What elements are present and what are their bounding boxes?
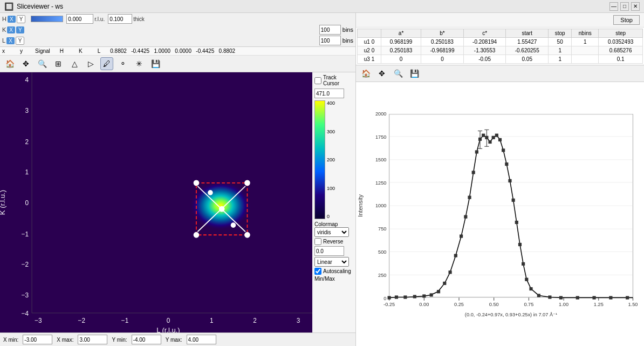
row-c: -0.208194 <box>463 38 506 46</box>
h-y-button[interactable]: Y <box>17 15 26 23</box>
heatmap-canvas[interactable]: 4 3 2 1 0 −1 −2 −3 −4 −3 −2 −1 0 1 <box>0 72 312 333</box>
svg-point-23 <box>194 180 198 186</box>
grid-button[interactable]: ⊞ <box>52 57 65 70</box>
y-max-input[interactable] <box>187 335 216 344</box>
h-x-button[interactable]: X <box>8 16 16 23</box>
l-bins-input[interactable] <box>319 36 341 45</box>
l-y-button[interactable]: Y <box>16 37 25 45</box>
svg-text:3: 3 <box>25 107 29 114</box>
y-min-label: Y min: <box>112 337 127 343</box>
home-button[interactable]: 🏠 <box>3 57 16 70</box>
colorbar-min-input[interactable] <box>314 246 344 256</box>
svg-text:(0.0, -0.24+0.97x, 0.93+0.25x): (0.0, -0.24+0.97x, 0.93+0.25x) in 7.07 Å… <box>465 312 557 317</box>
svg-text:0: 0 <box>25 199 29 207</box>
minmax-label: Min/Max <box>314 276 353 282</box>
svg-rect-74 <box>388 296 391 299</box>
x-min-input[interactable] <box>23 335 52 344</box>
table-row: u1 0 0.968199 0.250183 -0.208194 1.55427… <box>358 38 643 46</box>
svg-rect-105 <box>537 294 540 297</box>
svg-point-25 <box>194 232 198 238</box>
reverse-label: Reverse <box>323 239 343 245</box>
h-thick-input[interactable] <box>108 14 132 24</box>
cb-tick-200: 200 <box>327 157 335 162</box>
colorbar-display: 400 300 200 100 0 <box>314 100 353 219</box>
k-label: K <box>2 26 6 33</box>
right-zoom-button[interactable]: 🔍 <box>392 67 405 80</box>
h-value-input[interactable] <box>66 14 93 24</box>
row-nbins <box>572 55 599 64</box>
svg-rect-104 <box>529 287 532 290</box>
svg-rect-82 <box>448 270 451 274</box>
x-max-input[interactable] <box>78 335 107 344</box>
right-panel: Stop a* b* c* start stop nbins step <box>356 13 644 346</box>
k-y-button[interactable]: Y <box>16 26 24 33</box>
svg-rect-87 <box>472 171 475 174</box>
svg-rect-76 <box>403 295 407 298</box>
svg-text:0.50: 0.50 <box>489 302 499 307</box>
svg-text:K (r.l.u.): K (r.l.u.) <box>0 190 6 215</box>
colormap-section: Colormap viridis plasma inferno Reverse <box>314 221 353 245</box>
svg-point-30 <box>208 190 213 195</box>
svg-text:250: 250 <box>378 273 386 278</box>
left-toolbar: 🏠 ✥ 🔍 ⊞ △ ▷ 🖊 ⚬ ✳ 💾 <box>0 56 355 72</box>
k-x-button[interactable]: X <box>7 26 15 33</box>
svg-point-31 <box>231 222 236 228</box>
table-row: u3 1 0 0 -0.05 0.05 1 0.1 <box>358 55 643 64</box>
save-left-button[interactable]: 💾 <box>149 57 162 70</box>
row-a: 0.968199 <box>381 38 421 46</box>
h-slider[interactable] <box>31 16 63 22</box>
heatmap-svg: 4 3 2 1 0 −1 −2 −3 −4 −3 −2 −1 0 1 <box>0 72 312 333</box>
svg-text:0.25: 0.25 <box>454 302 464 307</box>
line-cut-button[interactable]: 🖊 <box>100 57 113 70</box>
h-units: r.l.u. <box>94 16 105 22</box>
right-save-button[interactable]: 💾 <box>408 67 421 80</box>
colorbar-max-input[interactable] <box>314 89 344 98</box>
svg-text:−3: −3 <box>35 317 42 324</box>
reverse-checkbox[interactable] <box>314 238 321 245</box>
ellipse-button[interactable]: ⚬ <box>117 57 129 70</box>
row-b: -0.968199 <box>421 46 464 55</box>
svg-text:1.00: 1.00 <box>559 302 568 307</box>
svg-rect-107 <box>559 296 563 299</box>
right-home-button[interactable]: 🏠 <box>359 67 372 80</box>
svg-text:2: 2 <box>25 138 29 145</box>
svg-rect-91 <box>485 136 488 139</box>
svg-rect-100 <box>515 221 518 224</box>
zoom-button[interactable]: 🔍 <box>36 57 49 70</box>
right-pan-button[interactable]: ✥ <box>375 67 388 80</box>
close-button[interactable]: ✕ <box>631 2 640 11</box>
svg-text:−1: −1 <box>22 230 29 238</box>
svg-text:1500: 1500 <box>375 157 387 162</box>
maximize-button[interactable]: □ <box>620 2 629 11</box>
cb-tick-400: 400 <box>327 100 335 106</box>
svg-text:−2: −2 <box>22 261 29 268</box>
scale-select[interactable]: Linear Log <box>314 257 349 267</box>
pan-button[interactable]: ✥ <box>19 57 32 70</box>
track-cursor-label: Track Cursor <box>323 74 353 86</box>
col-b: b* <box>421 29 464 38</box>
line-plot-container[interactable]: Intensity 0 250 500 750 1000 1250 1500 1… <box>356 82 644 346</box>
svg-rect-95 <box>498 138 502 141</box>
svg-rect-106 <box>548 295 551 298</box>
svg-rect-93 <box>492 136 495 139</box>
asterisk-button[interactable]: ✳ <box>133 57 146 70</box>
svg-rect-102 <box>522 262 525 266</box>
svg-rect-86 <box>468 196 471 199</box>
colormap-select[interactable]: viridis plasma inferno <box>314 227 349 237</box>
autoscaling-checkbox[interactable] <box>314 268 321 275</box>
col-start: start <box>506 29 549 38</box>
plot-area: 4 3 2 1 0 −1 −2 −3 −4 −3 −2 −1 0 1 <box>0 72 355 333</box>
app-icon: 🔲 <box>4 2 13 11</box>
triangle2-button[interactable]: ▷ <box>84 57 97 70</box>
title-bar: 🔲 Sliceviewer - ws — □ ✕ <box>0 0 644 13</box>
col-id <box>358 29 381 38</box>
stop-button[interactable]: Stop <box>613 15 640 25</box>
minimize-button[interactable]: — <box>609 2 618 11</box>
track-cursor-checkbox[interactable] <box>314 77 321 84</box>
k-bins-input[interactable] <box>319 25 341 35</box>
svg-rect-99 <box>512 199 515 202</box>
triangle1-button[interactable]: △ <box>68 57 81 70</box>
y-min-input[interactable] <box>132 335 161 344</box>
row-step: 0.1 <box>599 55 643 64</box>
l-x-button[interactable]: X <box>6 37 15 44</box>
